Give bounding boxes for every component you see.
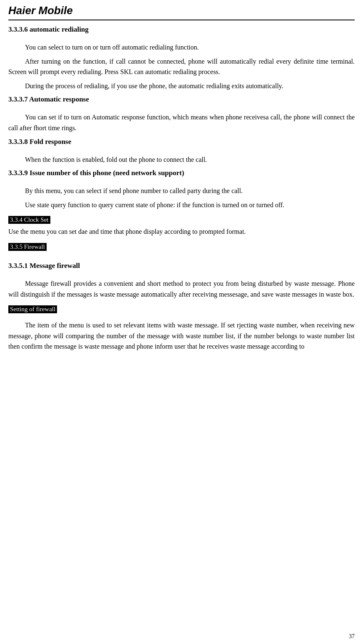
page-header: Haier Mobile <box>8 4 355 20</box>
section-3351: 3.3.5.1 Message firewall Message firewal… <box>8 262 355 300</box>
highlight-335: 3.3.5 Firewall <box>8 243 47 251</box>
heading-3336: 3.3.3.6 automatic redialing <box>8 25 355 34</box>
section-3337: 3.3.3.7 Automatic response You can set i… <box>8 95 355 133</box>
heading-3339: 3.3.3.9 Issue number of this phone (need… <box>8 169 355 177</box>
page-container: Haier Mobile 3.3.3.6 automatic redialing… <box>0 0 363 644</box>
heading-3351: 3.3.5.1 Message firewall <box>8 262 355 270</box>
para-firewall-0: The item of the menu is used to set rele… <box>8 320 355 352</box>
para-3339-1: Use state query function to query curren… <box>8 200 355 211</box>
para-3351-0: Message firewall provides a convenient a… <box>8 278 355 300</box>
highlight-334: 3.3.4 Clock Set <box>8 216 50 224</box>
para-3336-0: You can select to turn on or turn off au… <box>8 42 355 53</box>
para-3336-1: After turning on the function, if call c… <box>8 56 355 77</box>
section-firewall-setting: Setting of firewall The item of the menu… <box>8 303 355 352</box>
page-number: 37 <box>349 633 355 640</box>
section-3339: 3.3.3.9 Issue number of this phone (need… <box>8 169 355 210</box>
section-3336: 3.3.3.6 automatic redialing You can sele… <box>8 25 355 91</box>
para-3338-0: When the function is enabled, fold out t… <box>8 154 355 165</box>
heading-3338: 3.3.3.8 Fold response <box>8 138 355 146</box>
section-334: 3.3.4 Clock Set Use the menu you can set… <box>8 213 355 237</box>
para-334-body: Use the menu you can set dae and time th… <box>8 226 355 237</box>
highlight-firewall-setting: Setting of firewall <box>8 305 57 313</box>
para-3336-2: During the process of redialing, if you … <box>8 81 355 92</box>
logo: Haier Mobile <box>8 4 73 17</box>
heading-3337: 3.3.3.7 Automatic response <box>8 95 355 104</box>
section-3338: 3.3.3.8 Fold response When the function … <box>8 138 355 165</box>
para-3337-0: You can set if to turn on Automatic resp… <box>8 112 355 133</box>
para-3339-0: By this menu, you can select if send pho… <box>8 186 355 196</box>
section-335: 3.3.5 Firewall <box>8 240 355 258</box>
